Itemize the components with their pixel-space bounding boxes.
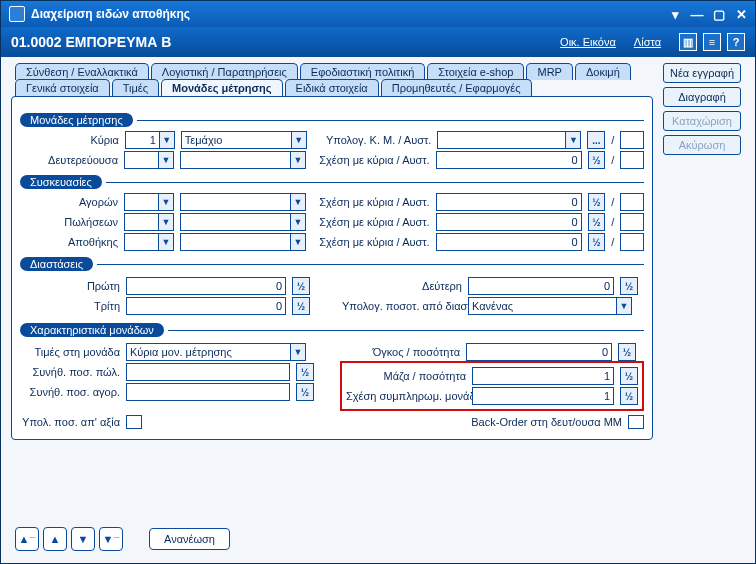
secondary-unit-code-dropdown-icon[interactable]: ▼ [158,151,174,169]
tab-accounting[interactable]: Λογιστική / Παρατηρήσεις [151,63,298,80]
sales-pack-name-input[interactable] [180,213,290,231]
volume-per-qty-half-button[interactable]: ½ [618,343,636,361]
label-rel-main-sales: Σχέση με κύρια / Αυστ. [312,216,430,228]
window-dropdown-icon[interactable]: ▾ [667,7,683,21]
main-unit-code-input[interactable] [125,131,159,149]
record-code-name: 01.0002 ΕΜΠΟΡΕΥΜΑ Β [11,34,542,50]
mass-per-qty-input[interactable] [472,367,614,385]
sales-pack-name-dropdown-icon[interactable]: ▼ [290,213,306,231]
secondary-unit-name-input[interactable] [180,151,290,169]
window-maximize-icon[interactable]: ▢ [711,7,727,21]
calc-km-lookup-button[interactable]: ... [587,131,605,149]
secondary-unit-name-dropdown-icon[interactable]: ▼ [290,151,306,169]
purch-pack-name-input[interactable] [180,193,290,211]
cancel-button[interactable]: Ακύρωση [663,135,741,155]
calc-qty-dims-input[interactable] [468,297,616,315]
purch-pack-name-dropdown-icon[interactable]: ▼ [290,193,306,211]
mass-per-qty-half-button[interactable]: ½ [620,367,638,385]
save-button[interactable]: Καταχώριση [663,111,741,131]
wh-pack-name-input[interactable] [180,233,290,251]
group-dimensions: Διαστάσεις Πρώτη ½ Τρίτη ½ [20,257,644,317]
tab-composition[interactable]: Σύνθεση / Εναλλακτικά [15,63,149,80]
rel-main-wh-strict-field[interactable] [620,233,644,251]
tab-eshop[interactable]: Στοιχεία e-shop [427,63,524,80]
label-back-order: Back-Order στη δευτ/ουσα MM [471,416,622,428]
nav-first-icon[interactable]: ▲— [15,527,39,551]
calc-km-dropdown-icon[interactable]: ▼ [565,131,581,149]
values-at-unit-input[interactable] [126,343,290,361]
tab-supply-policy[interactable]: Εφοδιαστική πολιτική [300,63,425,80]
group-packaging: Συσκευασίες Αγορών ▼ ▼ Σχέση με κύρια / … [20,175,644,251]
back-order-checkbox[interactable] [628,415,644,429]
rel-main-purch-input[interactable] [436,193,582,211]
secondary-unit-code-input[interactable] [124,151,158,169]
main-unit-name-dropdown-icon[interactable]: ▼ [291,131,307,149]
rel-supp-unit-half-button[interactable]: ½ [620,387,638,405]
group-units-title: Μονάδες μέτρησης [20,113,133,127]
nav-prev-icon[interactable]: ▲ [43,527,67,551]
rel-supp-unit-input[interactable] [472,387,614,405]
usual-qty-sales-input[interactable] [126,363,290,381]
tab-mrp[interactable]: MRP [526,63,572,80]
label-usual-qty-purch: Συνήθ. ποσ. αγορ. [20,386,120,398]
usual-qty-sales-half-button[interactable]: ½ [296,363,314,381]
rel-main-secondary-half-button[interactable]: ½ [588,151,606,169]
calc-from-value-checkbox[interactable] [126,415,142,429]
tab-units[interactable]: Μονάδες μέτρησης [161,79,283,96]
dim-third-half-button[interactable]: ½ [292,297,310,315]
sales-pack-code-input[interactable] [124,213,158,231]
purch-pack-code-input[interactable] [124,193,158,211]
rel-main-secondary-input[interactable] [436,151,582,169]
label-rel-main-purch: Σχέση με κύρια / Αυστ. [312,196,430,208]
refresh-button[interactable]: Ανανέωση [149,528,230,550]
volume-per-qty-input[interactable] [466,343,612,361]
main-unit-code-dropdown-icon[interactable]: ▼ [159,131,175,149]
label-secondary-unit: Δευτερεύουσα [20,154,118,166]
calc-km-strict-field[interactable] [620,131,644,149]
sales-pack-code-dropdown-icon[interactable]: ▼ [158,213,174,231]
wh-pack-name-dropdown-icon[interactable]: ▼ [290,233,306,251]
main-unit-name-input[interactable] [181,131,291,149]
calc-km-input[interactable] [437,131,565,149]
nav-next-icon[interactable]: ▼ [71,527,95,551]
tool-columns-icon[interactable]: ▥ [679,33,697,51]
new-record-button[interactable]: Νέα εγγραφή [663,63,741,83]
delete-button[interactable]: Διαγραφή [663,87,741,107]
group-dimensions-title: Διαστάσεις [20,257,93,271]
tabs-row-1: Σύνθεση / Εναλλακτικά Λογιστική / Παρατη… [15,63,653,80]
dim-second-half-button[interactable]: ½ [620,277,638,295]
tab-test[interactable]: Δοκιμή [575,63,631,80]
dim-first-half-button[interactable]: ½ [292,277,310,295]
tab-suppliers[interactable]: Προμηθευτές / Εφαρμογές [381,79,532,96]
usual-qty-purch-half-button[interactable]: ½ [296,383,314,401]
tool-menu-icon[interactable]: ≡ [703,33,721,51]
rel-main-sales-half-button[interactable]: ½ [588,213,606,231]
rel-main-purch-half-button[interactable]: ½ [588,193,606,211]
rel-main-wh-half-button[interactable]: ½ [588,233,606,251]
wh-pack-code-input[interactable] [124,233,158,251]
nav-last-icon[interactable]: ▼— [99,527,123,551]
tool-help-icon[interactable]: ? [727,33,745,51]
wh-pack-code-dropdown-icon[interactable]: ▼ [158,233,174,251]
usual-qty-purch-input[interactable] [126,383,290,401]
rel-main-wh-input[interactable] [436,233,582,251]
tab-general[interactable]: Γενικά στοιχεία [15,79,110,96]
rel-main-purch-strict-field[interactable] [620,193,644,211]
window-close-icon[interactable]: ✕ [733,7,749,21]
link-list[interactable]: Λίστα [634,36,661,48]
values-at-unit-dropdown-icon[interactable]: ▼ [290,343,306,361]
dim-first-input[interactable] [126,277,286,295]
label-rel-main-sec: Σχέση με κύρια / Αυστ. [312,154,430,166]
dim-second-input[interactable] [468,277,614,295]
link-economic-image[interactable]: Οικ. Εικόνα [560,36,616,48]
purch-pack-code-dropdown-icon[interactable]: ▼ [158,193,174,211]
dim-third-input[interactable] [126,297,286,315]
tab-prices[interactable]: Τιμές [112,79,159,96]
calc-qty-dims-dropdown-icon[interactable]: ▼ [616,297,632,315]
window-minimize-icon[interactable]: — [689,7,705,21]
label-dim-third: Τρίτη [20,300,120,312]
rel-main-sales-strict-field[interactable] [620,213,644,231]
rel-main-secondary-strict-field[interactable] [620,151,644,169]
rel-main-sales-input[interactable] [436,213,582,231]
tab-special[interactable]: Ειδικά στοιχεία [285,79,379,96]
